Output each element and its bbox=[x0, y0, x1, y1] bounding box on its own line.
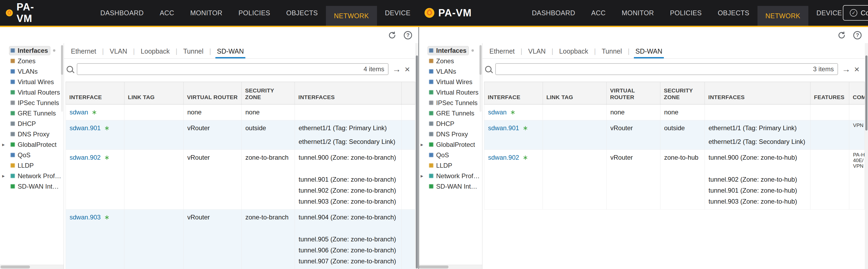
refresh-icon[interactable] bbox=[388, 31, 396, 39]
table-row[interactable]: sdwan.902 vRouterzone-to-branchtunnel.90… bbox=[66, 150, 415, 210]
sidebar-item-globalprotect[interactable]: ▸ GlobalProtect bbox=[418, 139, 482, 150]
refresh-icon[interactable] bbox=[837, 31, 846, 39]
nav-item-monitor[interactable]: MONITOR bbox=[182, 0, 230, 26]
sidebar-horizontal-scrollbar[interactable] bbox=[0, 265, 64, 269]
nav-item-dashboard[interactable]: DASHBOARD bbox=[524, 0, 583, 26]
clear-filter-icon[interactable]: × bbox=[405, 64, 410, 75]
column-header-link-tag[interactable]: LINK TAG bbox=[543, 82, 607, 105]
table-row[interactable]: sdwan.901 vRouteroutsideethernet1/1 (Tag… bbox=[484, 120, 865, 150]
column-header-interface[interactable]: INTERFACE bbox=[484, 82, 543, 105]
sidebar-item-interfaces[interactable]: ▸ Interfaces bbox=[0, 45, 64, 56]
sidebar-item-virtual-routers[interactable]: ▸ Virtual Routers bbox=[418, 87, 482, 98]
table-row[interactable]: sdwan.901 vRouteroutsideethernet1/1 (Tag… bbox=[66, 120, 415, 150]
tab-loopback[interactable]: Loopback bbox=[558, 45, 590, 58]
tab-vlan[interactable]: VLAN bbox=[108, 45, 129, 58]
scrollbar-thumb[interactable] bbox=[865, 55, 867, 131]
clear-filter-icon[interactable]: × bbox=[854, 64, 860, 75]
sidebar-item-dhcp[interactable]: ▸ DHCP bbox=[0, 118, 64, 129]
sidebar-item-dhcp[interactable]: ▸ DHCP bbox=[418, 118, 482, 129]
nav-item-objects[interactable]: OBJECTS bbox=[278, 0, 326, 26]
table-row[interactable]: sdwan nonenone bbox=[484, 105, 865, 120]
interface-link[interactable]: sdwan bbox=[488, 108, 506, 116]
tab-tunnel[interactable]: Tunnel bbox=[182, 45, 205, 58]
sidebar-item-lldp[interactable]: ▸ LLDP bbox=[418, 160, 482, 171]
sidebar-item-sd-wan-interface-profile[interactable]: ▸ SD-WAN Interface Profile bbox=[418, 181, 482, 192]
nav-item-policies[interactable]: POLICIES bbox=[230, 0, 278, 26]
help-icon[interactable]: ? bbox=[853, 31, 862, 39]
column-header-comment[interactable]: COMMENT bbox=[849, 82, 865, 105]
sidebar-item-virtual-routers[interactable]: ▸ Virtual Routers bbox=[0, 87, 64, 98]
column-header-virtual-router[interactable]: VIRTUAL ROUTER bbox=[184, 82, 242, 105]
sidebar-item-vlans[interactable]: ▸ VLANs bbox=[418, 66, 482, 77]
sidebar-item-zones[interactable]: ▸ Zones bbox=[418, 56, 482, 66]
tab-ethernet[interactable]: Ethernet bbox=[488, 45, 517, 58]
interface-link[interactable]: sdwan.902 bbox=[488, 154, 519, 161]
search-input[interactable]: 3 items bbox=[495, 63, 838, 75]
sidebar-vertical-scrollbar[interactable] bbox=[61, 45, 63, 112]
scrollbar-thumb[interactable] bbox=[479, 45, 482, 75]
nav-item-dashboard[interactable]: DASHBOARD bbox=[92, 0, 152, 26]
column-header-interface[interactable]: INTERFACE bbox=[66, 82, 124, 105]
column-header-virtual-router[interactable]: VIRTUAL ROUTER bbox=[607, 82, 660, 105]
expand-caret-icon[interactable]: ▸ bbox=[2, 141, 9, 147]
sidebar-item-network-profiles[interactable]: ▸ Network Profiles bbox=[0, 171, 64, 181]
column-header-filler[interactable] bbox=[402, 82, 415, 105]
sidebar-item-network-profiles[interactable]: ▸ Network Profiles bbox=[418, 171, 482, 181]
sidebar-vertical-scrollbar[interactable] bbox=[479, 45, 482, 112]
expand-caret-icon[interactable]: ▸ bbox=[421, 173, 428, 179]
nav-item-acc[interactable]: ACC bbox=[583, 0, 614, 26]
sidebar-item-dns-proxy[interactable]: ▸ DNS Proxy bbox=[0, 129, 64, 139]
expand-caret-icon[interactable]: ▸ bbox=[2, 173, 9, 179]
tab-ethernet[interactable]: Ethernet bbox=[69, 45, 98, 58]
scrollbar-thumb[interactable] bbox=[416, 55, 418, 268]
table-row[interactable]: sdwan.903 vRouterzone-to-branchtunnel.90… bbox=[66, 210, 415, 269]
column-header-interfaces[interactable]: INTERFACES bbox=[295, 82, 402, 105]
sidebar-item-vlans[interactable]: ▸ VLANs bbox=[0, 66, 64, 77]
vertical-scrollbar[interactable] bbox=[415, 43, 418, 269]
sidebar-item-qos[interactable]: ▸ QoS bbox=[0, 150, 64, 160]
sidebar-item-zones[interactable]: ▸ Zones bbox=[0, 56, 64, 66]
scrollbar-thumb[interactable] bbox=[1, 266, 30, 268]
scrollbar-thumb[interactable] bbox=[61, 45, 63, 75]
expand-caret-icon[interactable]: ▸ bbox=[421, 141, 428, 147]
interface-link[interactable]: sdwan.901 bbox=[69, 124, 101, 132]
tab-loopback[interactable]: Loopback bbox=[139, 45, 171, 58]
interface-link[interactable]: sdwan bbox=[69, 108, 88, 116]
nav-item-network[interactable]: NETWORK bbox=[326, 6, 377, 26]
column-header-security-zone[interactable]: SECURITY ZONE bbox=[242, 82, 295, 105]
sidebar-horizontal-scrollbar[interactable] bbox=[418, 265, 482, 269]
sidebar-item-qos[interactable]: ▸ QoS bbox=[418, 150, 482, 160]
help-icon[interactable]: ? bbox=[404, 31, 412, 39]
tab-sd-wan[interactable]: SD-WAN bbox=[215, 45, 245, 58]
apply-filter-icon[interactable]: → bbox=[392, 64, 401, 74]
sidebar-item-interfaces[interactable]: ▸ Interfaces bbox=[418, 45, 482, 56]
nav-item-acc[interactable]: ACC bbox=[152, 0, 182, 26]
nav-item-policies[interactable]: POLICIES bbox=[662, 0, 710, 26]
column-header-security-zone[interactable]: SECURITY ZONE bbox=[660, 82, 705, 105]
sidebar-item-sd-wan-interface-profile[interactable]: ▸ SD-WAN Interface Profile bbox=[0, 181, 64, 192]
sidebar-item-gre-tunnels[interactable]: ▸ GRE Tunnels bbox=[0, 108, 64, 118]
apply-filter-icon[interactable]: → bbox=[842, 64, 850, 74]
commit-button[interactable]: ✓ Commit bbox=[843, 5, 868, 21]
sidebar-item-virtual-wires[interactable]: ▸ Virtual Wires bbox=[0, 77, 64, 87]
table-row[interactable]: sdwan nonenone bbox=[66, 105, 415, 120]
nav-item-monitor[interactable]: MONITOR bbox=[614, 0, 662, 26]
sidebar-item-gre-tunnels[interactable]: ▸ GRE Tunnels bbox=[418, 108, 482, 118]
tab-sd-wan[interactable]: SD-WAN bbox=[634, 45, 664, 58]
sidebar-item-ipsec-tunnels[interactable]: ▸ IPSec Tunnels bbox=[418, 98, 482, 108]
interface-link[interactable]: sdwan.902 bbox=[69, 154, 101, 161]
column-header-features[interactable]: FEATURES bbox=[810, 82, 849, 105]
sidebar-item-ipsec-tunnels[interactable]: ▸ IPSec Tunnels bbox=[0, 98, 64, 108]
nav-item-network[interactable]: NETWORK bbox=[757, 6, 809, 26]
interface-link[interactable]: sdwan.903 bbox=[69, 214, 101, 221]
nav-item-device[interactable]: DEVICE bbox=[377, 0, 418, 26]
vertical-scrollbar[interactable] bbox=[865, 43, 868, 269]
search-input[interactable]: 4 items bbox=[77, 63, 389, 75]
sidebar-item-dns-proxy[interactable]: ▸ DNS Proxy bbox=[418, 129, 482, 139]
table-row[interactable]: sdwan.902 vRouterzone-to-hubtunnel.900 (… bbox=[484, 150, 865, 210]
sidebar-item-lldp[interactable]: ▸ LLDP bbox=[0, 160, 64, 171]
column-header-link-tag[interactable]: LINK TAG bbox=[124, 82, 184, 105]
sidebar-item-virtual-wires[interactable]: ▸ Virtual Wires bbox=[418, 77, 482, 87]
sidebar-item-globalprotect[interactable]: ▸ GlobalProtect bbox=[0, 139, 64, 150]
interface-link[interactable]: sdwan.901 bbox=[488, 124, 519, 132]
